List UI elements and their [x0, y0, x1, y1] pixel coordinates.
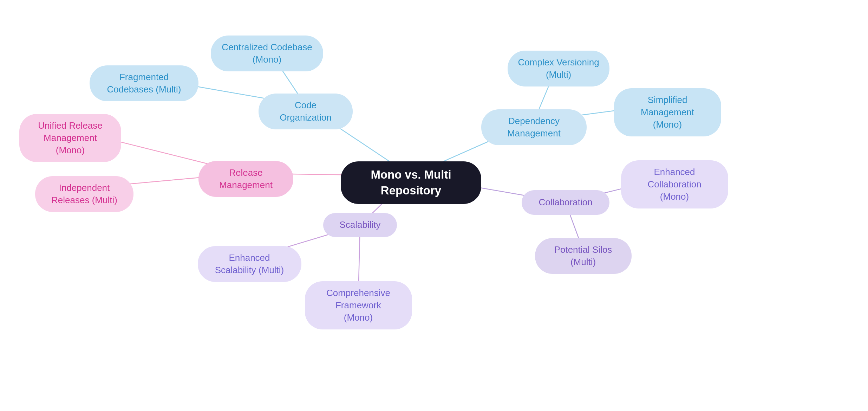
node-label-scalability: Scalability [339, 219, 380, 231]
node-scalability: Scalability [323, 213, 397, 237]
node-label-enhanced_scale: Enhanced Scalability (Multi) [208, 252, 292, 276]
node-label-comprehensive: Comprehensive Framework (Mono) [315, 287, 402, 324]
node-label-code_org: Code Organization [268, 99, 343, 124]
mindmap-canvas: Mono vs. Multi RepositoryCode Organizati… [0, 0, 868, 411]
node-center: Mono vs. Multi Repository [341, 161, 481, 204]
node-label-fragmented: Fragmented Codebases (Multi) [99, 71, 189, 96]
node-enhanced_collab: Enhanced Collaboration (Mono) [621, 160, 728, 208]
node-release_mgmt: Release Management [198, 161, 293, 197]
connector-lines [0, 0, 868, 411]
node-potential_silos: Potential Silos (Multi) [535, 238, 632, 274]
node-independent: Independent Releases (Multi) [35, 176, 133, 212]
node-centralized: Centralized Codebase (Mono) [211, 36, 323, 71]
node-fragmented: Fragmented Codebases (Multi) [90, 65, 198, 101]
node-label-unified: Unified Release Management (Mono) [29, 120, 111, 156]
node-collaboration: Collaboration [522, 190, 609, 215]
node-label-enhanced_collab: Enhanced Collaboration (Mono) [631, 166, 718, 203]
node-label-simplified: Simplified Management (Mono) [624, 94, 711, 131]
node-dep_mgmt: Dependency Management [481, 109, 587, 145]
node-label-center: Mono vs. Multi Repository [351, 167, 471, 198]
node-label-dep_mgmt: Dependency Management [491, 115, 577, 140]
node-label-centralized: Centralized Codebase (Mono) [221, 41, 313, 66]
node-label-collaboration: Collaboration [539, 196, 592, 208]
node-comprehensive: Comprehensive Framework (Mono) [305, 281, 412, 329]
node-label-release_mgmt: Release Management [208, 167, 283, 191]
node-enhanced_scale: Enhanced Scalability (Multi) [198, 246, 301, 282]
node-label-complex_ver: Complex Versioning (Multi) [517, 56, 600, 81]
node-simplified: Simplified Management (Mono) [614, 88, 721, 136]
node-label-potential_silos: Potential Silos (Multi) [545, 244, 622, 268]
node-code_org: Code Organization [259, 94, 353, 129]
node-label-independent: Independent Releases (Multi) [45, 182, 124, 206]
node-complex_ver: Complex Versioning (Multi) [508, 51, 609, 86]
node-unified: Unified Release Management (Mono) [19, 114, 121, 162]
